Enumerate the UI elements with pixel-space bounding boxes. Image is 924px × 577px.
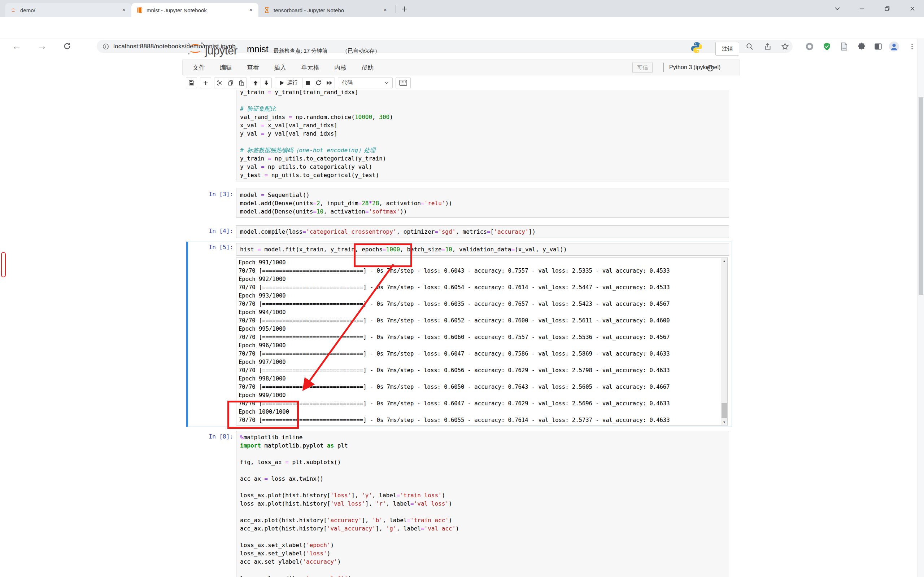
save-button[interactable] xyxy=(186,77,197,89)
paste-cell-button[interactable] xyxy=(236,77,247,89)
menu-item-2[interactable]: 查看 xyxy=(247,63,259,72)
window-minimize-button[interactable] xyxy=(855,3,869,14)
code-line xyxy=(240,466,725,475)
tab-divider xyxy=(396,5,396,13)
zoom-button[interactable] xyxy=(744,41,755,52)
window-restore-button[interactable] xyxy=(880,3,894,14)
code-cell[interactable]: In [4]: model.compile(loss='categorical_… xyxy=(0,226,740,242)
menu-items: 文件编辑查看插入单元格内核帮助 xyxy=(193,60,373,75)
document-icon xyxy=(840,42,848,51)
notebook-title[interactable]: mnist xyxy=(247,44,268,55)
code-input[interactable]: y_train = y_train[train_rand_idxs] # 验证集… xyxy=(236,90,729,181)
avatar xyxy=(888,41,900,52)
restart-icon xyxy=(315,80,321,86)
code-input[interactable]: hist = model.fit(x_train, y_train, epoch… xyxy=(236,243,729,256)
page-scrollbar[interactable] xyxy=(918,39,924,577)
autosave-status: （已自动保存） xyxy=(342,48,380,55)
reload-button[interactable] xyxy=(61,40,73,52)
interrupt-kernel-button[interactable] xyxy=(302,77,313,89)
copy-cell-button[interactable] xyxy=(225,77,236,89)
jupyter-logo-icon xyxy=(187,41,204,56)
trusted-button[interactable]: 可信 xyxy=(632,62,653,73)
code-line: val_rand_idxs = np.random.choice(10000, … xyxy=(240,113,725,121)
code-input[interactable]: model.compile(loss='categorical_crossent… xyxy=(236,226,729,238)
window-close-button[interactable] xyxy=(905,3,920,14)
code-input[interactable]: %matplotlib inlineimport matplotlib.pypl… xyxy=(236,431,729,577)
restart-run-all-button[interactable] xyxy=(324,77,335,89)
profile-button[interactable] xyxy=(888,41,900,52)
browser-tab[interactable]: demo/× xyxy=(5,3,131,17)
scroll-up-icon[interactable]: ▲ xyxy=(721,258,727,264)
logout-button[interactable]: 注销 xyxy=(716,42,739,56)
output-line: 70/70 [==============================] -… xyxy=(239,300,670,308)
cut-cell-button[interactable] xyxy=(214,77,225,89)
menu-item-0[interactable]: 文件 xyxy=(193,63,205,72)
menu-item-3[interactable]: 插入 xyxy=(274,63,286,72)
scrollbar-thumb[interactable] xyxy=(722,403,727,418)
code-cell[interactable]: y_train = y_train[train_rand_idxs] # 验证集… xyxy=(0,90,740,183)
extension-ring-button[interactable] xyxy=(804,41,815,52)
code-cell[interactable]: In [3]: model = Sequential()model.add(De… xyxy=(0,189,740,223)
share-button[interactable] xyxy=(762,41,773,52)
menu-item-1[interactable]: 编辑 xyxy=(220,63,232,72)
code-line: y_test = np_utils.to_categorical(y_test) xyxy=(240,171,725,179)
checkpoint-status: 最新检查点: 17 分钟前 xyxy=(274,48,327,55)
back-button[interactable]: ← xyxy=(11,40,23,52)
fast-forward-icon xyxy=(326,81,333,85)
command-palette-button[interactable] xyxy=(396,77,411,89)
code-line xyxy=(240,138,725,146)
code-cell[interactable]: In [8]: %matplotlib inlineimport matplot… xyxy=(0,431,740,577)
add-cell-button[interactable] xyxy=(200,77,211,89)
bookmark-button[interactable] xyxy=(780,41,790,52)
extension-document-button[interactable] xyxy=(839,41,850,52)
code-line: %matplotlib inline xyxy=(240,433,725,442)
code-input[interactable]: model = Sequential()model.add(Dense(unit… xyxy=(236,189,729,218)
move-cell-down-button[interactable] xyxy=(261,77,272,89)
browser-tab[interactable]: tensorboard - Jupyter Notebo× xyxy=(258,3,393,17)
code-line xyxy=(240,450,725,458)
menu-item-5[interactable]: 内核 xyxy=(334,63,347,72)
extension-shield-button[interactable] xyxy=(822,41,832,52)
run-button[interactable]: 运行 xyxy=(275,77,302,89)
output-scrollbar[interactable]: ▲ ▼ xyxy=(721,258,727,425)
code-line: y_val = np_utils.to_categorical(y_val) xyxy=(240,163,725,171)
chevron-down-icon xyxy=(835,6,840,11)
scroll-down-icon[interactable]: ▼ xyxy=(721,419,727,425)
puzzle-icon xyxy=(857,42,866,51)
menu-item-6[interactable]: 帮助 xyxy=(361,63,373,72)
browser-tab[interactable]: mnist - Jupyter Notebook× xyxy=(131,3,258,17)
code-line xyxy=(240,508,725,516)
notebook-menubar: 文件编辑查看插入单元格内核帮助 可信 Python 3 (ipykernel) xyxy=(182,60,740,76)
restart-kernel-button[interactable] xyxy=(313,77,324,89)
forward-button[interactable]: → xyxy=(36,40,48,52)
tab-close-icon[interactable]: × xyxy=(383,6,388,14)
sidebar-icon xyxy=(874,42,882,51)
tab-title: demo/ xyxy=(20,7,118,13)
page-scrollbar-thumb[interactable] xyxy=(919,97,923,295)
menu-item-4[interactable]: 单元格 xyxy=(301,63,320,72)
code-line: acc_ax.plot(hist.history['accuracy'], 'b… xyxy=(240,516,725,524)
tab-search-button[interactable] xyxy=(830,3,845,14)
plus-icon xyxy=(401,6,408,12)
jupyter-logo[interactable]: jupyter xyxy=(187,41,237,56)
sidebar-button[interactable] xyxy=(873,41,884,52)
back-arrow-icon: ← xyxy=(12,41,22,52)
star-icon xyxy=(781,43,789,50)
plus-icon xyxy=(203,80,208,86)
arrow-up-icon xyxy=(253,80,258,86)
tab-close-icon[interactable]: × xyxy=(121,6,126,14)
jupyter-favicon-icon xyxy=(10,7,16,13)
cell-type-select[interactable]: 代码 xyxy=(338,77,393,89)
extensions-button[interactable] xyxy=(856,41,867,52)
tab-close-icon[interactable]: × xyxy=(248,6,254,14)
site-info-icon[interactable] xyxy=(102,43,109,50)
new-tab-button[interactable] xyxy=(400,4,409,14)
code-line: acc_ax = loss_ax.twinx() xyxy=(240,475,725,483)
code-line xyxy=(240,533,725,541)
code-cell-selected[interactable]: In [5]: hist = model.fit(x_train, y_trai… xyxy=(0,242,740,427)
output-area[interactable]: Epoch 991/100070/70 [===================… xyxy=(236,258,728,425)
output-line: 70/70 [==============================] -… xyxy=(239,400,670,408)
browser-menu-button[interactable] xyxy=(907,41,918,52)
hourglass-favicon-icon xyxy=(263,7,270,13)
move-cell-up-button[interactable] xyxy=(250,77,261,89)
